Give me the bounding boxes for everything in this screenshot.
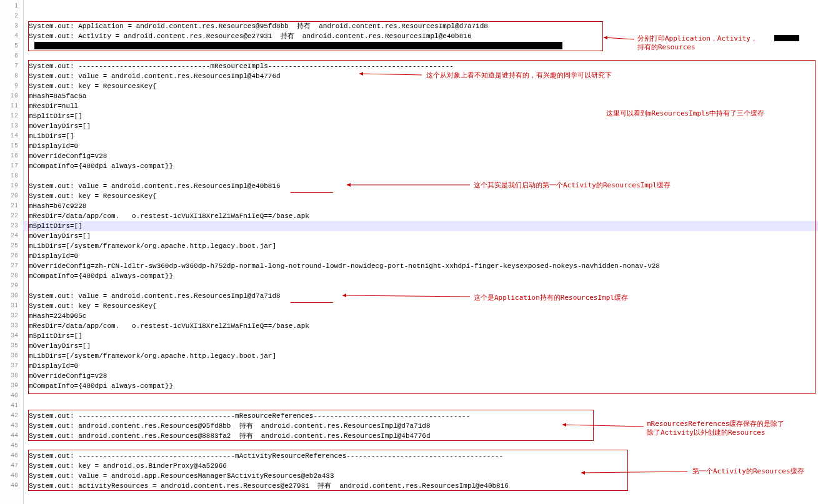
line-number: 4 (0, 31, 23, 41)
code-line: mDisplayId=0 (24, 251, 818, 261)
line-number: 38 (0, 371, 23, 381)
code-line: mOverlayDirs=[] (24, 121, 818, 131)
code-line: mCompatInfo={480dpi always-compat}} (24, 161, 818, 171)
code-line: System.out: android.content.res.Resource… (24, 431, 818, 441)
code-line: System.out: key = android.os.BinderProxy… (24, 461, 818, 471)
code-line: System.out: activityResources = android.… (24, 481, 818, 491)
line-number: 49 (0, 481, 23, 491)
code-line: System.out: ----------------------------… (24, 61, 818, 71)
code-line: System.out: android.content.res.Resource… (24, 421, 818, 431)
line-number: 43 (0, 421, 23, 431)
line-number: 11 (0, 101, 23, 111)
code-line: mResDir=null (24, 101, 818, 111)
line-number: 8 (0, 71, 23, 81)
code-line (24, 441, 818, 451)
code-editor: 1234567891011121314151617181920212223242… (0, 0, 818, 504)
code-line (24, 51, 818, 61)
line-number: 22 (0, 211, 23, 221)
line-number: 16 (0, 151, 23, 161)
code-line: mOverrideConfig=zh-rCN-ldltr-sw360dp-w36… (24, 261, 818, 271)
line-number: 21 (0, 201, 23, 211)
line-number: 14 (0, 131, 23, 141)
line-number: 15 (0, 141, 23, 151)
code-line: mSplitDirs=[] (24, 221, 818, 231)
line-number: 36 (0, 351, 23, 361)
code-line: mHash=8a5fac6a (24, 91, 818, 101)
line-number: 7 (0, 61, 23, 71)
code-line: mLibDirs=[/system/framework/org.apache.h… (24, 241, 818, 251)
code-line: mHash=224b905c (24, 311, 818, 321)
code-line: mOverrideConfig=v28 (24, 151, 818, 161)
line-number: 44 (0, 431, 23, 441)
code-line: mResDir=/data/app/com. o.restest-1cVuXI1… (24, 211, 818, 221)
line-number: 31 (0, 301, 23, 311)
code-line (24, 41, 818, 51)
line-number: 5 (0, 41, 23, 51)
line-number: 26 (0, 251, 23, 261)
line-number: 41 (0, 401, 23, 411)
line-number: 47 (0, 461, 23, 471)
code-line (24, 281, 818, 291)
line-number: 2 (0, 11, 23, 21)
code-line: System.out: ----------------------------… (24, 411, 818, 421)
line-number: 39 (0, 381, 23, 391)
code-line: mSplitDirs=[] (24, 331, 818, 341)
line-number: 37 (0, 361, 23, 371)
code-line: mOverlayDirs=[] (24, 341, 818, 351)
line-number: 34 (0, 331, 23, 341)
code-line (24, 171, 818, 181)
code-line: System.out: key = ResourcesKey{ (24, 191, 818, 201)
code-line: mDisplayId=0 (24, 361, 818, 371)
line-number: 48 (0, 471, 23, 481)
code-line (24, 401, 818, 411)
line-number: 23 (0, 221, 23, 231)
code-area[interactable]: System.out: Application = android.conten… (24, 0, 818, 504)
line-number: 45 (0, 441, 23, 451)
line-number: 17 (0, 161, 23, 171)
line-number: 6 (0, 51, 23, 61)
line-number: 30 (0, 291, 23, 301)
code-line: System.out: ----------------------------… (24, 451, 818, 461)
line-number: 40 (0, 391, 23, 401)
code-line: mOverlayDirs=[] (24, 231, 818, 241)
line-number: 3 (0, 21, 23, 31)
code-line: mLibDirs=[/system/framework/org.apache.h… (24, 351, 818, 361)
line-number: 46 (0, 451, 23, 461)
line-number: 12 (0, 111, 23, 121)
line-number: 10 (0, 91, 23, 101)
code-line: mHash=b67c9228 (24, 201, 818, 211)
line-number: 18 (0, 171, 23, 181)
line-number: 20 (0, 191, 23, 201)
code-line: System.out: Activity = android.content.r… (24, 31, 818, 41)
line-number: 13 (0, 121, 23, 131)
code-line: System.out: key = ResourcesKey{ (24, 81, 818, 91)
line-number: 29 (0, 281, 23, 291)
code-line (24, 391, 818, 401)
line-number: 35 (0, 341, 23, 351)
line-number: 9 (0, 81, 23, 91)
line-number: 24 (0, 231, 23, 241)
code-line: System.out: value = android.content.res.… (24, 181, 818, 191)
line-number: 27 (0, 261, 23, 271)
line-number: 1 (0, 1, 23, 11)
line-number: 32 (0, 311, 23, 321)
code-line: System.out: value = android.app.Resource… (24, 471, 818, 481)
code-line: mCompatInfo={480dpi always-compat}} (24, 271, 818, 281)
code-line (24, 1, 818, 11)
line-number-gutter: 1234567891011121314151617181920212223242… (0, 0, 24, 504)
code-line: mOverrideConfig=v28 (24, 371, 818, 381)
code-line: mDisplayId=0 (24, 141, 818, 151)
code-line: mLibDirs=[] (24, 131, 818, 141)
code-line: System.out: value = android.content.res.… (24, 71, 818, 81)
code-line: mCompatInfo={480dpi always-compat}} (24, 381, 818, 391)
code-line (24, 11, 818, 21)
code-line: System.out: key = ResourcesKey{ (24, 301, 818, 311)
line-number: 19 (0, 181, 23, 191)
line-number: 25 (0, 241, 23, 251)
code-line: System.out: Application = android.conten… (24, 21, 818, 31)
code-line: System.out: value = android.content.res.… (24, 291, 818, 301)
line-number: 33 (0, 321, 23, 331)
code-line: mResDir=/data/app/com. o.restest-1cVuXI1… (24, 321, 818, 331)
line-number: 42 (0, 411, 23, 421)
line-number: 28 (0, 271, 23, 281)
